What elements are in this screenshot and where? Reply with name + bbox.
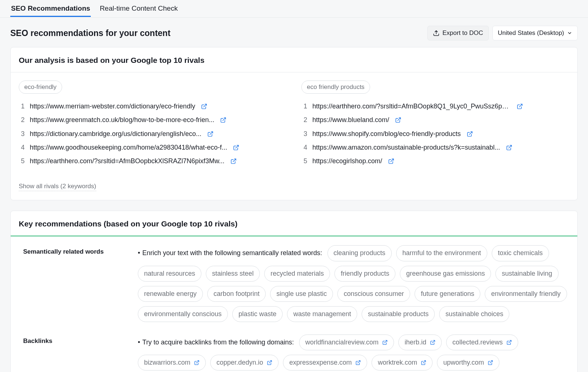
rivals-card: Our analysis is based on your Google top… xyxy=(10,47,578,200)
tab-realtime-content-check[interactable]: Real-time Content Check xyxy=(99,1,178,17)
semantic-word-tag-label: carbon footprint xyxy=(214,289,259,298)
rival-url-row: 3https://dictionary.cambridge.org/us/dic… xyxy=(19,127,287,141)
rival-url-row: 2https://www.greenmatch.co.uk/blog/how-t… xyxy=(19,113,287,127)
semantic-word-tag-label: greenhouse gas emissions xyxy=(406,269,485,278)
external-link-icon[interactable] xyxy=(467,131,473,137)
semantic-word-tag[interactable]: future generations xyxy=(415,286,480,302)
semantic-word-tag-label: single use plastic xyxy=(276,289,327,298)
rival-url-text: https://www.merriam-webster.com/dictiona… xyxy=(30,102,195,111)
semantic-word-tag[interactable]: sustainable living xyxy=(495,266,558,282)
backlink-domain-tag[interactable]: upworthy.com xyxy=(437,355,499,371)
semantic-word-tag[interactable]: stainless steel xyxy=(206,266,260,282)
semantic-word-tag[interactable]: harmful to the environment xyxy=(396,245,487,261)
semantic-word-tag[interactable]: renewable energy xyxy=(138,286,203,302)
backlink-domain-tag[interactable]: collected.reviews xyxy=(446,335,518,350)
semantic-word-tag-label: renewable energy xyxy=(144,289,197,298)
external-link-icon[interactable] xyxy=(506,144,512,151)
semantic-word-tag[interactable]: natural resources xyxy=(138,266,201,282)
semantic-word-tag[interactable]: sustainable choices xyxy=(439,306,509,322)
backlink-domain-tag[interactable]: bizwarriors.com xyxy=(138,355,206,371)
backlink-domain-tag-label: collected.reviews xyxy=(452,338,503,347)
rival-url-text: https://earthhero.com/?srsltid=AfmBOopk8… xyxy=(312,102,511,111)
rival-url-row: 2https://www.blueland.com/ xyxy=(301,113,569,127)
semantic-word-tag-label: plastic waste xyxy=(239,310,276,319)
rival-rank-number: 1 xyxy=(301,102,307,111)
rival-url-text: https://earthhero.com/?srsltid=AfmBOopbc… xyxy=(30,157,225,166)
semantic-word-tag-label: conscious consumer xyxy=(344,289,404,298)
backlink-domain-tag[interactable]: worldfinancialreview.com xyxy=(299,335,394,350)
rival-url-text: https://www.goodhousekeeping.com/home/a2… xyxy=(30,143,227,152)
semantic-word-tag-label: sustainable products xyxy=(368,310,429,319)
semantic-word-tag-label: waste management xyxy=(293,310,351,319)
semantic-word-tag[interactable]: plastic waste xyxy=(232,306,283,322)
rival-keyword-group: eco friendly products1https://earthhero.… xyxy=(301,81,569,174)
semantic-word-tag-label: friendly products xyxy=(341,269,389,278)
rival-url-text: https://www.greenmatch.co.uk/blog/how-to… xyxy=(30,115,214,125)
tab-seo-recommendations[interactable]: SEO Recommendations xyxy=(10,1,91,17)
external-link-icon[interactable] xyxy=(207,131,214,137)
rival-url-row: 1https://www.merriam-webster.com/diction… xyxy=(19,100,287,113)
semantic-word-tag[interactable]: cleaning products xyxy=(327,245,392,261)
semantic-word-tag-label: sustainable living xyxy=(502,269,552,278)
external-link-icon xyxy=(194,360,200,365)
rival-url-text: https://ecogirlshop.com/ xyxy=(312,157,382,166)
rival-rank-number: 2 xyxy=(301,115,307,125)
semantic-word-tag[interactable]: friendly products xyxy=(334,266,395,282)
export-icon xyxy=(433,30,440,36)
external-link-icon xyxy=(488,360,493,365)
backlink-domain-tag-label: iherb.id xyxy=(405,338,426,347)
external-link-icon xyxy=(430,340,435,345)
external-link-icon[interactable] xyxy=(395,117,401,123)
semantic-word-tag-label: harmful to the environment xyxy=(402,248,481,258)
semantic-words-section: Semantically related words •Enrich your … xyxy=(23,245,569,322)
semantic-word-tag[interactable]: carbon footprint xyxy=(207,286,266,302)
chevron-down-icon xyxy=(567,31,572,36)
external-link-icon xyxy=(506,340,512,345)
rival-url-row: 4https://www.amazon.com/sustainable-prod… xyxy=(301,141,569,154)
rival-url-row: 5https://earthhero.com/?srsltid=AfmBOopb… xyxy=(19,154,287,168)
external-link-icon[interactable] xyxy=(201,103,207,110)
backlinks-lead: Try to acquire backlinks from the follow… xyxy=(142,339,294,346)
backlink-domain-tag[interactable]: copper.dedyn.io xyxy=(210,355,279,371)
rival-url-text: https://www.shopify.com/blog/eco-friendl… xyxy=(312,129,461,139)
rival-keyword-group: eco-friendly1https://www.merriam-webster… xyxy=(19,81,287,174)
rival-rank-number: 3 xyxy=(301,129,307,139)
page-header: SEO recommendations for your content Exp… xyxy=(0,18,588,47)
semantic-word-tag[interactable]: waste management xyxy=(287,306,357,322)
semantic-word-tag[interactable]: greenhouse gas emissions xyxy=(400,266,491,282)
rival-url-row: 4https://www.goodhousekeeping.com/home/a… xyxy=(19,141,287,154)
semantic-word-tag[interactable]: environmentally conscious xyxy=(138,306,228,322)
keyword-chip[interactable]: eco friendly products xyxy=(301,81,370,94)
backlink-domain-tag[interactable]: expressexpense.com xyxy=(283,355,367,371)
backlinks-section: Backlinks •Try to acquire backlinks from… xyxy=(23,335,569,372)
rivals-card-title: Our analysis is based on your Google top… xyxy=(11,47,577,72)
semantic-word-tag[interactable]: environmentally friendly xyxy=(485,286,567,302)
backlink-domain-tag[interactable]: worktrek.com xyxy=(372,355,433,371)
tabs-bar: SEO Recommendations Real-time Content Ch… xyxy=(0,0,588,18)
external-link-icon[interactable] xyxy=(517,103,523,110)
locale-select[interactable]: United States (Desktop) xyxy=(492,26,578,40)
rival-rank-number: 5 xyxy=(301,157,307,166)
semantic-word-tag[interactable]: single use plastic xyxy=(270,286,333,302)
external-link-icon[interactable] xyxy=(230,158,237,164)
export-to-doc-button[interactable]: Export to DOC xyxy=(427,26,489,40)
rival-url-row: 1https://earthhero.com/?srsltid=AfmBOopk… xyxy=(301,100,569,113)
rival-rank-number: 1 xyxy=(19,102,25,111)
semantic-word-tag-label: natural resources xyxy=(144,269,195,278)
rival-url-row: 3https://www.shopify.com/blog/eco-friend… xyxy=(301,127,569,141)
semantic-word-tag[interactable]: sustainable products xyxy=(362,306,435,322)
rival-rank-number: 2 xyxy=(19,115,25,125)
backlink-domain-tag[interactable]: iherb.id xyxy=(398,335,442,350)
rival-rank-number: 4 xyxy=(19,143,25,152)
semantic-word-tag[interactable]: recycled materials xyxy=(264,266,330,282)
external-link-icon[interactable] xyxy=(233,144,239,151)
semantic-word-tag[interactable]: conscious consumer xyxy=(337,286,410,302)
semantic-word-tag[interactable]: toxic chemicals xyxy=(492,245,549,261)
external-link-icon[interactable] xyxy=(220,117,226,123)
backlink-domain-tag-label: copper.dedyn.io xyxy=(216,358,263,367)
semantic-words-lead: Enrich your text with the following sema… xyxy=(142,249,322,257)
show-all-rivals-link[interactable]: Show all rivals (2 keywords) xyxy=(19,182,96,191)
external-link-icon[interactable] xyxy=(388,158,394,164)
semantic-word-tag-label: recycled materials xyxy=(270,269,324,278)
keyword-chip[interactable]: eco-friendly xyxy=(19,81,62,94)
